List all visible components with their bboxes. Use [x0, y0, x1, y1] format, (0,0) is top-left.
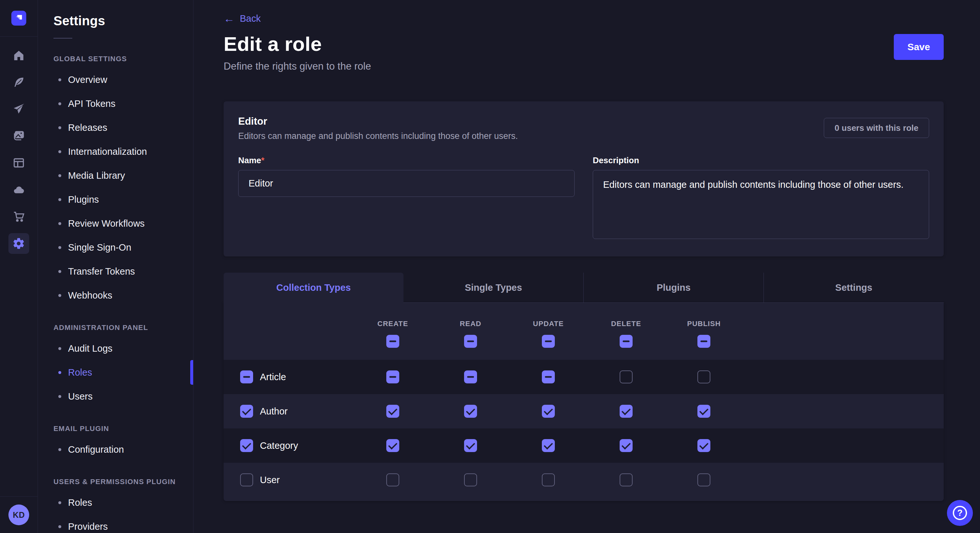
author-read-checkbox[interactable] [464, 405, 477, 418]
home-icon[interactable] [8, 45, 29, 66]
cell-category-read [432, 428, 509, 463]
permissions-header-lead [224, 303, 354, 360]
user-avatar[interactable]: KD [8, 504, 29, 525]
help-button[interactable]: ? [947, 500, 973, 526]
strapi-logo[interactable] [11, 11, 26, 25]
user-update-checkbox[interactable] [542, 473, 555, 486]
author-delete-checkbox[interactable] [620, 405, 633, 418]
description-label: Description [593, 155, 929, 165]
row-label-article: Article [260, 372, 286, 382]
tab-single-types[interactable]: Single Types [404, 273, 583, 303]
releases-icon[interactable] [8, 99, 29, 119]
permissions-header-row: CREATEREADUPDATEDELETEPUBLISH [224, 303, 944, 360]
article-update-checkbox[interactable] [542, 370, 555, 383]
sidebar-item-label: Providers [68, 521, 108, 532]
category-create-checkbox[interactable] [386, 439, 399, 452]
select-all-update-checkbox[interactable] [542, 335, 555, 348]
sidebar-item-configuration[interactable]: Configuration [38, 438, 193, 462]
user-publish-checkbox[interactable] [697, 473, 710, 486]
author-row-checkbox[interactable] [240, 405, 253, 418]
permission-row-article: Article [224, 360, 944, 394]
select-all-publish-checkbox[interactable] [697, 335, 710, 348]
marketplace-icon[interactable] [8, 206, 29, 227]
bullet-icon [58, 102, 61, 105]
users-with-role-button[interactable]: 0 users with this role [824, 118, 929, 138]
perm-header-cell-publish: PUBLISH [665, 303, 743, 360]
name-input[interactable] [238, 170, 574, 197]
role-details-card: Editor Editors can manage and publish co… [224, 102, 944, 257]
author-create-checkbox[interactable] [386, 405, 399, 418]
page-title: Edit a role [224, 32, 944, 56]
cell-author-delete [587, 394, 665, 428]
sidebar-item-audit-logs[interactable]: Audit Logs [38, 336, 193, 360]
tab-plugins[interactable]: Plugins [583, 273, 764, 303]
media-library-icon[interactable] [8, 125, 29, 146]
select-all-delete-checkbox[interactable] [620, 335, 633, 348]
cell-article-delete [587, 360, 665, 394]
back-link[interactable]: ← Back [224, 13, 261, 24]
sidebar-item-media-library[interactable]: Media Library [38, 163, 193, 187]
sidebar-item-label: Single Sign-On [68, 242, 131, 253]
sidebar-item-overview[interactable]: Overview [38, 68, 193, 92]
content-type-builder-icon[interactable] [8, 152, 29, 173]
sidebar-item-label: Overview [68, 75, 107, 85]
sidebar-item-api-tokens[interactable]: API Tokens [38, 92, 193, 116]
sidebar-item-single-sign-on[interactable]: Single Sign-On [38, 235, 193, 259]
category-row-checkbox[interactable] [240, 439, 253, 452]
sidebar-section-header-administration-panel: ADMINISTRATION PANEL [54, 324, 193, 332]
user-read-checkbox[interactable] [464, 473, 477, 486]
tab-collection-types[interactable]: Collection Types [224, 273, 404, 303]
cell-article-publish [665, 360, 743, 394]
sidebar-item-review-workflows[interactable]: Review Workflows [38, 211, 193, 235]
bullet-icon [58, 78, 61, 81]
article-delete-checkbox[interactable] [620, 370, 633, 383]
article-create-checkbox[interactable] [386, 370, 399, 383]
sidebar-item-roles[interactable]: Roles [38, 490, 193, 514]
category-read-checkbox[interactable] [464, 439, 477, 452]
required-asterisk: * [261, 155, 264, 165]
logo-cell [0, 0, 38, 36]
category-publish-checkbox[interactable] [697, 439, 710, 452]
cell-user-create [354, 463, 432, 497]
sidebar-item-plugins[interactable]: Plugins [38, 187, 193, 211]
sidebar-item-providers[interactable]: Providers [38, 514, 193, 533]
deploy-icon[interactable] [8, 179, 29, 200]
bullet-icon [58, 371, 61, 374]
description-field-group: Description Editors can manage and publi… [593, 155, 929, 240]
article-publish-checkbox[interactable] [697, 370, 710, 383]
cell-category-update [509, 428, 587, 463]
save-button[interactable]: Save [894, 34, 944, 60]
user-row-checkbox[interactable] [240, 473, 253, 486]
category-delete-checkbox[interactable] [620, 439, 633, 452]
sidebar-item-webhooks[interactable]: Webhooks [38, 283, 193, 307]
sidebar-item-transfer-tokens[interactable]: Transfer Tokens [38, 259, 193, 283]
user-create-checkbox[interactable] [386, 473, 399, 486]
author-publish-checkbox[interactable] [697, 405, 710, 418]
back-arrow-icon: ← [224, 13, 235, 24]
sidebar-sections: GLOBAL SETTINGSOverviewAPI TokensRelease… [38, 55, 193, 533]
select-all-read-checkbox[interactable] [464, 335, 477, 348]
article-read-checkbox[interactable] [464, 370, 477, 383]
author-update-checkbox[interactable] [542, 405, 555, 418]
sidebar-item-users[interactable]: Users [38, 384, 193, 408]
sidebar-item-roles[interactable]: Roles [38, 360, 193, 384]
select-all-create-checkbox[interactable] [386, 335, 399, 348]
bullet-icon [58, 501, 61, 504]
sidebar-section-header-users-permissions-plugin: USERS & PERMISSIONS PLUGIN [54, 477, 193, 486]
tab-settings[interactable]: Settings [764, 273, 944, 303]
row-lead-article: Article [224, 360, 354, 394]
settings-icon[interactable] [8, 233, 29, 254]
article-row-checkbox[interactable] [240, 370, 253, 383]
help-icon: ? [953, 506, 967, 520]
main-nav-rail: KD [0, 0, 38, 533]
sidebar-item-releases[interactable]: Releases [38, 116, 193, 140]
category-update-checkbox[interactable] [542, 439, 555, 452]
description-textarea[interactable]: Editors can manage and publish contents … [593, 170, 929, 239]
row-label-category: Category [260, 440, 298, 451]
sidebar-item-internationalization[interactable]: Internationalization [38, 140, 193, 163]
column-label-create: CREATE [377, 320, 408, 328]
sidebar-item-label: Roles [68, 497, 92, 508]
user-delete-checkbox[interactable] [620, 473, 633, 486]
content-manager-icon[interactable] [8, 72, 29, 93]
role-fields: Name* Description Editors can manage and… [238, 155, 929, 240]
